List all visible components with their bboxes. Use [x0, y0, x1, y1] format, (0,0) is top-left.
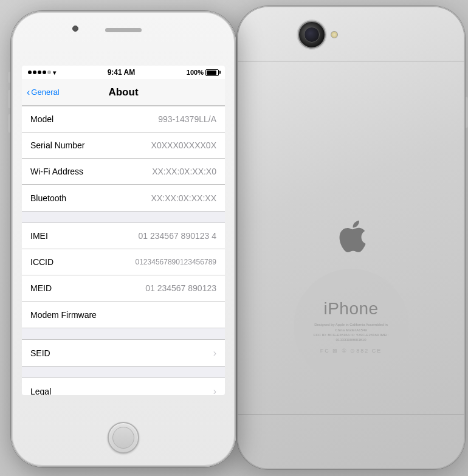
row-model-label: Model [30, 114, 53, 124]
row-wifi[interactable]: Wi-Fi Address XX:XX:0X:XX:X0 [22, 159, 225, 185]
row-meid-label: MEID [30, 283, 52, 293]
settings-group-device-info: Model 993-14379LL/A Serial Number X0XXX0… [22, 106, 225, 212]
row-modem[interactable]: Modem Firmware [22, 302, 225, 328]
row-meid[interactable]: MEID 01 234567 890123 [22, 275, 225, 302]
row-imei-value: 01 234567 890123 4 [139, 231, 216, 241]
wifi-icon: ▾ [53, 69, 56, 76]
battery-icon [205, 69, 219, 76]
settings-group-seid: SEID › [22, 339, 225, 367]
row-seid-chevron-icon: › [213, 348, 216, 359]
back-button-label: General [31, 88, 59, 97]
status-signal: ▾ [28, 69, 56, 76]
row-serial[interactable]: Serial Number X0XXX0XXXX0X [22, 133, 225, 159]
row-legal[interactable]: Legal › [22, 378, 225, 395]
status-battery: 100% [187, 69, 219, 76]
row-bluetooth-label: Bluetooth [30, 193, 66, 203]
antenna-line-bottom [237, 414, 465, 415]
row-meid-value: 01 234567 890123 [145, 283, 216, 293]
battery-percentage: 100% [187, 69, 204, 76]
row-model-value: 993-14379LL/A [158, 114, 216, 124]
row-modem-label: Modem Firmware [30, 310, 97, 320]
iphone-front: ▾ 9:41 AM 100% ‹ General About [11, 11, 236, 467]
home-button[interactable] [108, 422, 139, 454]
mute-switch[interactable] [8, 72, 10, 83]
row-iccid-label: ICCID [30, 257, 53, 267]
iphone-back: iPhone Designed by Apple in California A… [237, 6, 465, 469]
row-legal-label: Legal [30, 387, 51, 396]
back-camera-module [298, 21, 326, 49]
settings-group-legal: Legal › [22, 378, 225, 395]
row-bluetooth-value: XX:XX:0X:XX:XX [151, 193, 216, 203]
row-legal-right: › [210, 386, 216, 396]
battery-fill [207, 71, 216, 75]
row-imei[interactable]: IMEI 01 234567 890123 4 [22, 223, 225, 249]
front-speaker [105, 28, 142, 32]
signal-dot-5 [47, 71, 51, 74]
bottom-info-circle: iPhone Designed by Apple in California A… [294, 269, 409, 384]
volume-down-button[interactable] [8, 114, 10, 133]
front-camera-icon [72, 26, 78, 32]
iphone-back-label: iPhone [323, 299, 378, 319]
row-iccid[interactable]: ICCID 01234567890123456789 [22, 249, 225, 275]
volume-up-button[interactable] [8, 90, 10, 108]
row-seid-label: SEID [30, 348, 50, 358]
apple-logo-icon [336, 219, 366, 255]
row-seid-right: › [210, 348, 216, 359]
signal-dot-1 [28, 71, 32, 74]
power-button[interactable] [466, 97, 468, 128]
back-info-text: Designed by Apple in California Assemble… [312, 322, 391, 343]
row-serial-label: Serial Number [30, 140, 84, 150]
back-button[interactable]: ‹ General [27, 87, 60, 98]
back-chevron-icon: ‹ [27, 87, 30, 98]
navigation-bar: ‹ General About [22, 79, 225, 106]
home-button-inner [112, 427, 134, 449]
antenna-line-top [237, 61, 465, 61]
row-imei-label: IMEI [30, 231, 48, 241]
signal-dots [28, 71, 51, 74]
settings-group-network-info: IMEI 01 234567 890123 4 ICCID 0123456789… [22, 222, 225, 328]
settings-content: Model 993-14379LL/A Serial Number X0XXX0… [22, 106, 225, 395]
row-seid[interactable]: SEID › [22, 340, 225, 366]
row-wifi-value: XX:XX:0X:XX:X0 [152, 167, 216, 176]
flash-icon [331, 31, 338, 38]
row-legal-chevron-icon: › [213, 386, 216, 396]
signal-dot-2 [33, 71, 36, 74]
status-time: 9:41 AM [108, 68, 136, 77]
row-serial-value: X0XXX0XXXX0X [151, 140, 216, 150]
status-bar: ▾ 9:41 AM 100% [22, 66, 225, 79]
row-iccid-value: 01234567890123456789 [136, 258, 216, 266]
regulatory-icons: FC ⊠ ① ⊙882 CE [320, 348, 382, 354]
scene: iPhone Designed by Apple in California A… [0, 0, 468, 476]
screen: ▾ 9:41 AM 100% ‹ General About [22, 66, 225, 395]
signal-dot-4 [43, 71, 46, 74]
back-camera-area [298, 21, 338, 49]
row-bluetooth[interactable]: Bluetooth XX:XX:0X:XX:XX [22, 185, 225, 211]
page-title: About [108, 86, 138, 98]
back-camera-lens-icon [304, 27, 320, 43]
row-model[interactable]: Model 993-14379LL/A [22, 106, 225, 133]
row-wifi-label: Wi-Fi Address [30, 167, 83, 176]
signal-dot-3 [38, 71, 41, 74]
